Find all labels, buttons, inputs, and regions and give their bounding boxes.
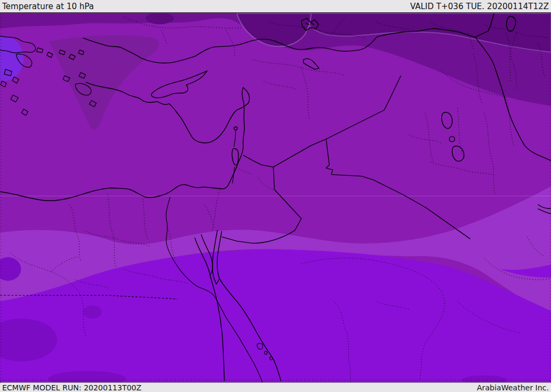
weather-map-app: Temperature at 10 hPa VALID T+036 TUE. 2… [0, 0, 551, 392]
model-run-label: ECMWF MODEL RUN: 20200113T00Z [2, 383, 142, 392]
map-title: Temperature at 10 hPa [2, 2, 94, 11]
footer-bar: ECMWF MODEL RUN: 20200113T00Z ArabiaWeat… [0, 382, 551, 392]
valid-time-label: VALID T+036 TUE. 20200114T12Z [410, 2, 549, 11]
brand-label: ArabiaWeather Inc. [477, 383, 549, 392]
map-canvas [0, 13, 551, 382]
header-bar: Temperature at 10 hPa VALID T+036 TUE. 2… [0, 0, 551, 13]
temperature-bands [0, 13, 551, 382]
temperature-map-svg [0, 13, 551, 382]
